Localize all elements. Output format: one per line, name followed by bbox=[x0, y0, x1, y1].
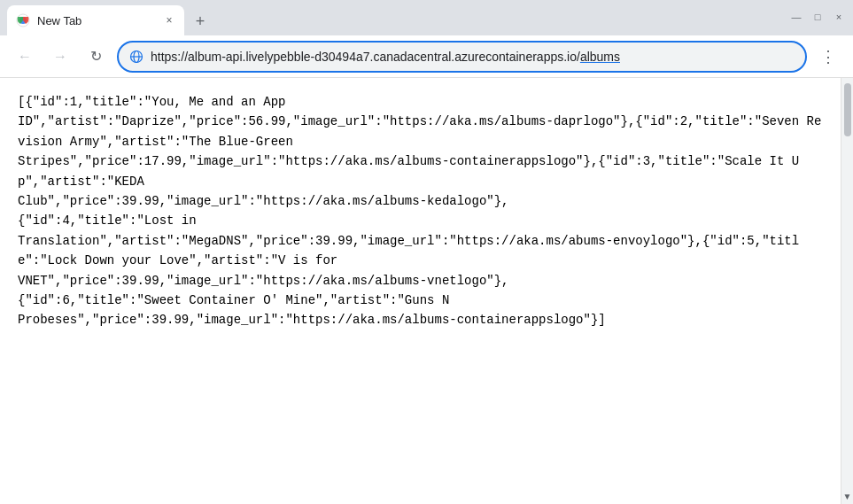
forward-button[interactable]: → bbox=[46, 43, 74, 71]
window-controls: — □ × bbox=[789, 10, 846, 26]
minimize-button[interactable]: — bbox=[789, 10, 803, 24]
scrollbar-thumb[interactable] bbox=[844, 83, 851, 136]
reload-button[interactable]: ↻ bbox=[81, 43, 110, 71]
title-bar: New Tab × + — □ × bbox=[0, 0, 853, 35]
scrollbar[interactable]: ▼ bbox=[841, 78, 853, 504]
tab-title: New Tab bbox=[37, 14, 154, 27]
back-button[interactable]: ← bbox=[11, 43, 39, 71]
url-path-part: albums bbox=[580, 50, 620, 64]
close-window-button[interactable]: × bbox=[832, 10, 846, 24]
security-icon bbox=[129, 50, 143, 64]
maximize-button[interactable]: □ bbox=[810, 10, 825, 24]
new-tab-button[interactable]: + bbox=[188, 9, 213, 34]
address-bar[interactable]: https://album-api.livelypebble-d30494a7.… bbox=[117, 41, 807, 73]
tab-strip: New Tab × + bbox=[7, 0, 786, 35]
scroll-down-arrow[interactable]: ▼ bbox=[841, 490, 854, 502]
toolbar: ← → ↻ https://album-api.livelypebble-d30… bbox=[0, 35, 853, 78]
json-response-body: [{"id":1,"title":"You, Me and an App ID"… bbox=[0, 78, 841, 504]
url-display: https://album-api.livelypebble-d30494a7.… bbox=[151, 50, 620, 64]
tab-close-button[interactable]: × bbox=[161, 12, 177, 28]
chrome-favicon-icon bbox=[16, 13, 30, 27]
browser-menu-button[interactable]: ⋮ bbox=[814, 43, 842, 71]
url-plain-part: https://album-api.livelypebble-d30494a7.… bbox=[151, 50, 580, 64]
content-area: [{"id":1,"title":"You, Me and an App ID"… bbox=[0, 78, 853, 504]
active-tab[interactable]: New Tab × bbox=[7, 5, 184, 35]
